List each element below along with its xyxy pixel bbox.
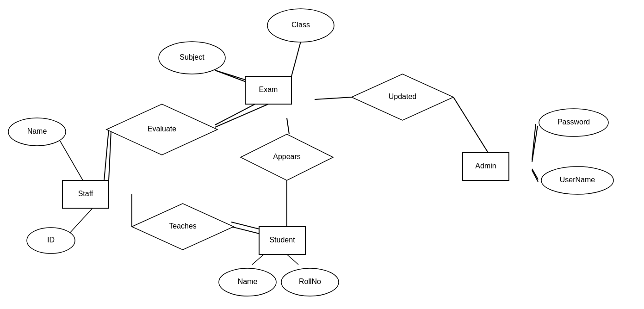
class-label: Class (291, 21, 310, 29)
appears-label: Appears (273, 153, 301, 161)
rollno-student-label: RollNo (299, 278, 321, 285)
line-exam-updated (315, 97, 352, 99)
name-student-label: Name (238, 278, 258, 285)
admin-label: Admin (475, 162, 496, 170)
subject-label: Subject (180, 53, 204, 61)
line-student-rollno (287, 254, 298, 265)
line-exam-appears (287, 118, 289, 134)
line-admin-username-2 (532, 170, 538, 182)
staff-label: Staff (78, 190, 93, 198)
line-admin-username-1 (532, 169, 538, 179)
evaluate-label: Evaluate (148, 125, 176, 133)
line-id-staff (67, 208, 93, 236)
teaches-label: Teaches (169, 222, 197, 230)
name-staff-label: Name (27, 127, 47, 135)
line-name-staff (60, 141, 86, 185)
line-exam-evaluate-2 (215, 104, 268, 127)
line-evaluate-staff-2 (109, 131, 111, 180)
line-evaluate-staff-1 (104, 130, 109, 180)
er-diagram: Evaluate Appears Updated Teaches Exam St… (0, 0, 644, 309)
username-label: UserName (560, 176, 595, 184)
line-class-exam (291, 42, 301, 76)
exam-label: Exam (259, 86, 278, 93)
line-student-name (252, 254, 264, 265)
password-label: Password (557, 118, 590, 126)
line-updated-admin (453, 97, 488, 153)
student-label: Student (269, 236, 295, 244)
updated-label: Updated (389, 93, 417, 100)
id-staff-label: ID (47, 236, 55, 244)
